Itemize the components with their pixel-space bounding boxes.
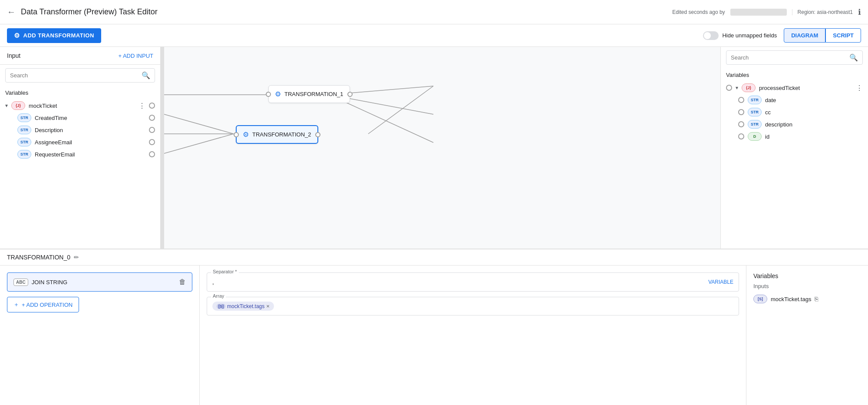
date-connector xyxy=(738,97,744,103)
right-expand-arrow[interactable]: ▾ xyxy=(736,85,738,91)
add-transformation-label: ADD TRANSFORMATION xyxy=(23,32,94,39)
json-type-badge: {J} xyxy=(11,101,25,110)
processed-ticket-row: ▾ {J} processedTicket ⋮ xyxy=(726,82,863,94)
child-variables: STR CreatedTime STR Description STR Assi… xyxy=(5,112,155,160)
add-operation-label: + ADD OPERATION xyxy=(22,302,73,308)
str-type-badge-requester: STR xyxy=(17,150,31,159)
hide-unmapped-toggle[interactable] xyxy=(703,31,719,40)
connector-dot-assignee xyxy=(149,139,155,145)
separator-input-row: VARIABLE xyxy=(207,272,739,292)
info-button[interactable]: ℹ xyxy=(858,7,861,17)
separator-label: Separator * xyxy=(211,269,239,274)
operations-panel: ABC JOIN STRING 🗑 ＋ + ADD OPERATION xyxy=(0,266,200,405)
left-variables-section: Variables ▾ {J} mockTicket ⋮ STR Created… xyxy=(0,86,160,164)
variable-link[interactable]: VARIABLE xyxy=(708,279,733,285)
variables-label: Variables xyxy=(5,90,155,96)
id-connector xyxy=(738,133,744,139)
hide-unmapped-control: Hide unmapped fields xyxy=(703,31,777,40)
left-search-box: 🔍 xyxy=(5,68,155,83)
connector-dot-desc xyxy=(149,127,155,133)
user-name-redacted xyxy=(730,9,787,16)
right-variables-section: Variables ▾ {J} processedTicket ⋮ STR da… xyxy=(721,68,868,146)
array-chip: [S] mockTicket.tags × xyxy=(212,302,274,311)
processed-ticket-name: processedTicket xyxy=(759,85,852,91)
rbc-badge: ABC xyxy=(13,279,28,286)
requester-email-name: RequesterEmail xyxy=(35,151,145,158)
assignee-email-name: AssigneeEmail xyxy=(35,139,145,146)
edited-info: Edited seconds ago by xyxy=(672,9,725,15)
join-string-label: JOIN STRING xyxy=(32,279,67,285)
node-left-connector xyxy=(266,92,271,97)
transformation-1-label: TRANSFORMATION_1 xyxy=(284,91,343,97)
chip-type: [S] xyxy=(217,304,225,309)
right-search-icon: 🔍 xyxy=(849,53,858,62)
delete-button[interactable]: 🗑 xyxy=(179,278,186,286)
right-variable-menu[interactable]: ⋮ xyxy=(856,84,863,92)
right-search-box: 🔍 xyxy=(726,50,863,65)
add-operation-button[interactable]: ＋ + ADD OPERATION xyxy=(7,297,79,312)
desc-row: STR description xyxy=(738,118,863,130)
script-tab[interactable]: SCRIPT xyxy=(825,28,861,43)
back-button[interactable]: ← xyxy=(7,7,16,17)
cc-row: STR cc xyxy=(738,106,863,118)
str-type-badge: STR xyxy=(17,113,31,122)
date-var-name: date xyxy=(765,97,863,103)
desc-var-name: description xyxy=(765,121,863,128)
input-title: Input xyxy=(7,52,20,59)
right-json-badge: {J} xyxy=(742,83,756,92)
desc-connector xyxy=(738,121,744,127)
description-row: STR Description xyxy=(17,124,155,136)
separator-input[interactable] xyxy=(212,279,708,285)
input-var-item: [S] mockTicket.tags ⎘ xyxy=(753,293,861,305)
join-string-left: ABC JOIN STRING xyxy=(13,279,67,286)
bottom-header: TRANSFORMATION_0 ✏ xyxy=(0,249,868,266)
bottom-content: ABC JOIN STRING 🗑 ＋ + ADD OPERATION Sepa… xyxy=(0,266,868,405)
chip-remove-button[interactable]: × xyxy=(266,303,270,309)
diagram-tab[interactable]: DIAGRAM xyxy=(784,28,825,43)
date-str-badge: STR xyxy=(748,96,762,104)
add-input-button[interactable]: + ADD INPUT xyxy=(118,53,153,59)
node-left-connector-t2 xyxy=(234,132,239,137)
page-title: Data Transformer (Preview) Task Editor xyxy=(21,7,667,17)
plus-icon: ＋ xyxy=(13,301,19,309)
transformation-1-node[interactable]: ⚙ TRANSFORMATION_1 xyxy=(268,85,350,103)
add-transformation-button[interactable]: ⚙ ADD TRANSFORMATION xyxy=(7,28,101,43)
gear-icon-t2: ⚙ xyxy=(243,130,249,139)
copy-button[interactable]: ⎘ xyxy=(815,295,818,302)
array-field-group: Array [S] mockTicket.tags × xyxy=(207,297,739,315)
region-info: Region: asia-northeast1 xyxy=(792,9,853,15)
transformation-title: TRANSFORMATION_0 xyxy=(7,254,70,261)
right-search-input[interactable] xyxy=(731,54,846,61)
search-icon: 🔍 xyxy=(142,71,150,80)
node-right-connector-t2 xyxy=(315,132,320,137)
cc-connector xyxy=(738,109,744,115)
cc-var-name: cc xyxy=(765,109,863,116)
edit-icon[interactable]: ✏ xyxy=(74,254,79,261)
expand-arrow[interactable]: ▾ xyxy=(5,103,8,109)
description-name: Description xyxy=(35,127,145,133)
str-type-badge-assignee: STR xyxy=(17,138,31,146)
view-tabs: DIAGRAM SCRIPT xyxy=(784,28,861,43)
top-bar: ← Data Transformer (Preview) Task Editor… xyxy=(0,0,868,24)
svg-line-6 xyxy=(164,134,234,153)
transformation-2-label: TRANSFORMATION_2 xyxy=(252,131,311,138)
hide-unmapped-label: Hide unmapped fields xyxy=(722,32,777,39)
node-right-connector xyxy=(347,92,353,97)
left-search-input[interactable] xyxy=(10,72,138,79)
transformation-2-node[interactable]: ⚙ TRANSFORMATION_2 xyxy=(236,125,318,144)
add-input-label: + ADD INPUT xyxy=(118,53,153,59)
gear-icon-t1: ⚙ xyxy=(275,90,281,98)
chip-value: mockTicket.tags xyxy=(227,303,264,309)
bottom-panel: TRANSFORMATION_0 ✏ ABC JOIN STRING 🗑 ＋ +… xyxy=(0,249,868,405)
connector-dot-requester xyxy=(149,151,155,157)
connector-dot xyxy=(149,103,155,109)
array-label: Array xyxy=(211,293,226,299)
connector-dot-created xyxy=(149,115,155,121)
id-d-badge: D xyxy=(748,132,762,141)
join-string-card[interactable]: ABC JOIN STRING 🗑 xyxy=(7,272,192,292)
created-time-row: STR CreatedTime xyxy=(17,112,155,124)
array-field: [S] mockTicket.tags × xyxy=(207,297,739,315)
toolbar: ⚙ ADD TRANSFORMATION Hide unmapped field… xyxy=(0,24,868,47)
cc-str-badge: STR xyxy=(748,108,762,116)
variable-menu-button[interactable]: ⋮ xyxy=(139,102,145,110)
